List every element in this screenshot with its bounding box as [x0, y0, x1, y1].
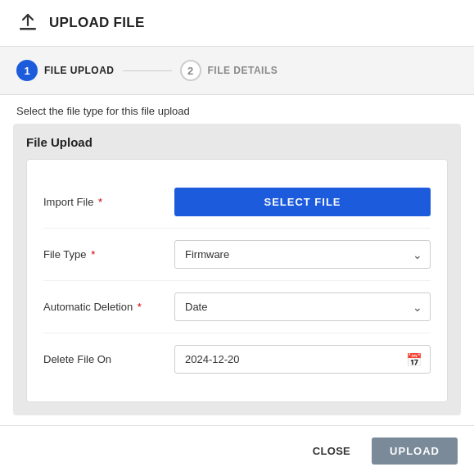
- step-1: 1 FILE UPLOAD: [16, 60, 115, 81]
- card-inner: Import File * SELECT FILE File Type * Fi…: [26, 159, 448, 402]
- step-2-circle: 2: [180, 60, 201, 81]
- import-file-label: Import File *: [43, 196, 174, 208]
- auto-deletion-label: Automatic Deletion *: [43, 301, 174, 313]
- page-header: UPLOAD FILE: [0, 0, 474, 47]
- step-2: 2 FILE DETAILS: [180, 60, 278, 81]
- step-1-label: FILE UPLOAD: [44, 65, 115, 76]
- file-type-label: File Type *: [43, 248, 174, 261]
- file-upload-card: File Upload Import File * SELECT FILE Fi…: [13, 124, 461, 415]
- delete-date-input[interactable]: [174, 345, 431, 374]
- page-title: UPLOAD FILE: [49, 15, 145, 31]
- close-button[interactable]: CLOSE: [300, 438, 363, 464]
- step-2-label: FILE DETAILS: [208, 65, 278, 76]
- footer: CLOSE UPLOAD: [0, 425, 474, 476]
- auto-deletion-select[interactable]: Date Never: [174, 292, 431, 321]
- file-type-select[interactable]: Firmware Configuration Other: [174, 240, 431, 269]
- upload-button[interactable]: UPLOAD: [372, 437, 458, 465]
- file-type-row: File Type * Firmware Configuration Other…: [43, 229, 431, 281]
- delete-file-on-label: Delete File On: [43, 353, 174, 365]
- import-file-row: Import File * SELECT FILE: [43, 176, 431, 229]
- subtitle-text: Select the file type for this file uploa…: [0, 95, 474, 124]
- delete-date-wrapper: 📅: [174, 345, 431, 374]
- select-file-button[interactable]: SELECT FILE: [174, 188, 431, 216]
- import-file-control: SELECT FILE: [174, 188, 431, 216]
- svg-rect-0: [20, 28, 36, 30]
- auto-deletion-row: Automatic Deletion * Date Never ⌄: [43, 281, 431, 333]
- auto-deletion-control: Date Never ⌄: [174, 292, 431, 321]
- stepper: 1 FILE UPLOAD 2 FILE DETAILS: [0, 47, 474, 95]
- delete-file-on-control: 📅: [174, 345, 431, 374]
- upload-icon: [16, 11, 39, 34]
- file-type-control: Firmware Configuration Other ⌄: [174, 240, 431, 269]
- file-type-select-wrapper: Firmware Configuration Other ⌄: [174, 240, 431, 269]
- card-title: File Upload: [26, 135, 448, 149]
- delete-file-on-row: Delete File On 📅: [43, 333, 431, 385]
- step-1-circle: 1: [16, 60, 38, 81]
- step-connector: [123, 70, 172, 71]
- auto-deletion-select-wrapper: Date Never ⌄: [174, 292, 431, 321]
